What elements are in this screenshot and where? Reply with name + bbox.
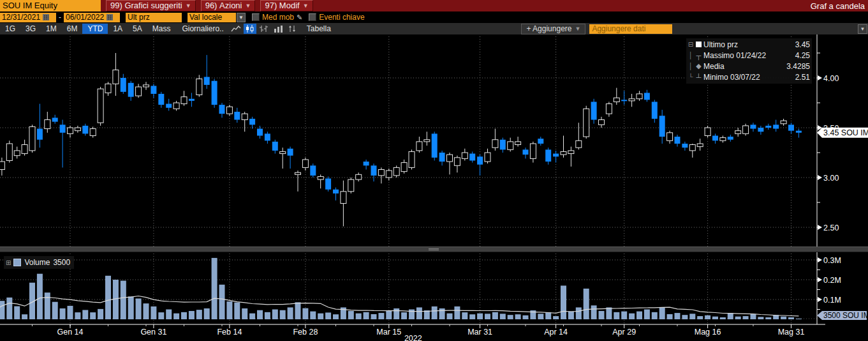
tab-range-1a[interactable]: 1A [108, 24, 128, 34]
candle[interactable] [462, 149, 467, 161]
candle[interactable] [136, 84, 142, 98]
candle[interactable] [424, 132, 430, 146]
volume-bar[interactable] [469, 314, 475, 319]
volume-bar[interactable] [52, 302, 58, 319]
volume-bar[interactable] [356, 314, 362, 319]
volume-bar[interactable] [348, 311, 354, 319]
candle[interactable] [781, 119, 786, 126]
candle[interactable] [553, 151, 559, 163]
volume-bar[interactable] [765, 317, 771, 319]
volume-bar[interactable] [796, 319, 802, 319]
candle[interactable] [249, 117, 255, 129]
date-to-field[interactable]: 06/01/2022 [64, 13, 120, 22]
volume-bar[interactable] [325, 312, 331, 319]
volume-bar[interactable] [477, 314, 483, 319]
candle[interactable] [45, 112, 50, 133]
candle[interactable] [523, 148, 529, 158]
volume-bar[interactable] [492, 312, 498, 319]
volume-bar[interactable] [561, 285, 566, 319]
add-button[interactable]: + Aggiungere ▼ [521, 24, 585, 34]
legend-row-massimo[interactable]: │┬Massimo 01/24/224.25 [688, 50, 810, 61]
price-type-field[interactable]: Ult prz [126, 13, 182, 22]
add-data-input[interactable] [589, 24, 672, 34]
pencil-icon[interactable]: ✎ [297, 13, 302, 22]
candle[interactable] [773, 120, 779, 132]
candle[interactable] [432, 132, 438, 160]
candle[interactable] [386, 169, 392, 181]
volume-bar[interactable] [576, 307, 582, 319]
volume-bar[interactable] [272, 310, 278, 320]
volume-bar[interactable] [712, 317, 718, 319]
menu-azioni[interactable]: 96) Azioni ▼ [201, 0, 256, 11]
candle[interactable] [364, 160, 369, 170]
candle[interactable] [606, 102, 612, 116]
volume-bar[interactable] [0, 301, 4, 319]
volume-bar[interactable] [257, 310, 263, 319]
volume-legend-panel[interactable]: ⊞ Volume 3500 [4, 256, 74, 269]
volume-bar[interactable] [364, 312, 369, 319]
volume-bar[interactable] [310, 312, 316, 319]
candle[interactable] [196, 75, 202, 96]
volume-bar[interactable] [189, 311, 195, 319]
menu-grafici-suggeriti[interactable]: 99) Grafici suggeriti ▼ [106, 0, 196, 11]
legend-row-minimo[interactable]: └┴Minimo 03/07/222.51 [688, 72, 810, 82]
candle[interactable] [614, 88, 619, 105]
legend-row-media[interactable]: │◆Media3.4285 [688, 61, 810, 72]
volume-bar[interactable] [249, 314, 255, 319]
volume-bar[interactable] [68, 306, 73, 319]
toolbar-dropdown-button[interactable]: ▼ [858, 24, 867, 34]
volume-bar[interactable] [781, 317, 786, 319]
candle[interactable] [758, 126, 763, 135]
volume-bar[interactable] [735, 317, 741, 319]
currency-mode-field[interactable]: Val locale [188, 13, 236, 22]
volume-bar[interactable] [416, 307, 422, 319]
volume-bar[interactable] [143, 303, 149, 319]
candle[interactable] [508, 138, 513, 152]
candle[interactable] [288, 147, 293, 169]
ticker-input[interactable]: SOU IM Equity [0, 0, 101, 11]
volume-bar[interactable] [485, 314, 490, 319]
volume-bar[interactable] [60, 308, 66, 319]
candle[interactable] [682, 142, 688, 151]
volume-bar[interactable] [439, 308, 445, 319]
candle[interactable] [272, 140, 278, 154]
candle[interactable] [37, 104, 43, 148]
volume-bar[interactable] [751, 314, 756, 319]
volume-bar[interactable] [568, 312, 574, 319]
volume-bar[interactable] [166, 310, 172, 320]
candlestick-chart-icon[interactable] [244, 24, 256, 34]
volume-bar[interactable] [196, 310, 202, 319]
candle[interactable] [743, 124, 749, 136]
candle[interactable] [105, 82, 111, 96]
candle[interactable] [515, 137, 521, 147]
candle[interactable] [22, 140, 27, 156]
calendar-icon[interactable] [43, 14, 49, 20]
candle[interactable] [173, 101, 179, 111]
volume-bar[interactable] [158, 312, 164, 319]
tab-range-6m[interactable]: 6M [62, 24, 83, 34]
volume-bar[interactable] [462, 312, 467, 319]
tab-tabella[interactable]: Tabella [299, 24, 336, 34]
volume-bar[interactable] [591, 305, 597, 319]
volume-bar[interactable] [295, 302, 301, 319]
candle[interactable] [447, 153, 453, 174]
volume-bar[interactable] [644, 310, 650, 320]
candle[interactable] [659, 110, 665, 144]
candle[interactable] [697, 139, 703, 151]
candle[interactable] [6, 140, 12, 162]
candle[interactable] [720, 135, 726, 142]
calendar-icon[interactable] [107, 14, 113, 20]
volume-bar[interactable] [599, 311, 605, 319]
candle[interactable] [469, 151, 475, 162]
candle[interactable] [234, 108, 240, 123]
candle[interactable] [788, 123, 794, 133]
volume-bar[interactable] [652, 312, 658, 319]
volume-bar[interactable] [621, 312, 627, 319]
volume-bar[interactable] [90, 312, 96, 319]
candle[interactable] [226, 105, 232, 116]
volume-bar[interactable] [545, 312, 551, 319]
volume-bar[interactable] [151, 307, 156, 319]
candle[interactable] [128, 81, 134, 101]
volume-bar[interactable] [758, 317, 763, 319]
volume-bar[interactable] [204, 308, 210, 319]
